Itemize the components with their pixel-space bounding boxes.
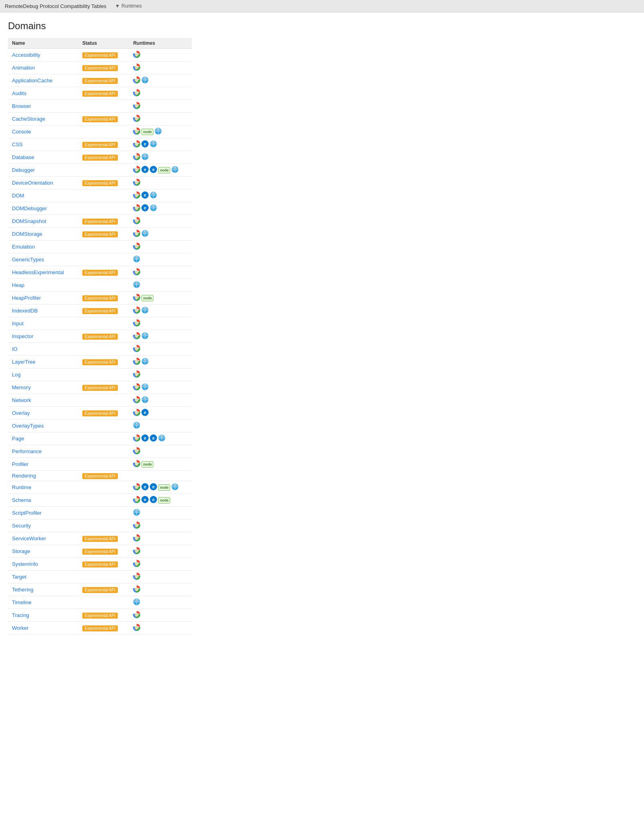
domain-link[interactable]: Database [12,154,34,160]
filter-label: Runtimes [121,3,142,9]
domain-link[interactable]: Console [12,129,31,135]
domain-link[interactable]: Runtime [12,484,31,490]
domain-link[interactable]: Memory [12,384,31,390]
domain-link[interactable]: IndexedDB [12,308,38,314]
domain-link[interactable]: Worker [12,625,29,631]
edge-icon: e [141,496,149,504]
domain-link[interactable]: Network [12,397,31,403]
chrome-icon [133,460,140,468]
domain-link[interactable]: Debugger [12,167,35,173]
domain-link[interactable]: ApplicationCache [12,78,52,84]
domain-link[interactable]: Tracing [12,612,29,618]
svg-text:e: e [152,436,155,440]
svg-point-110 [136,232,138,235]
svg-text:e: e [144,205,146,210]
svg-point-223 [136,437,138,439]
domain-link[interactable]: Tethering [12,587,33,593]
status-cell [78,279,129,292]
domain-link[interactable]: IO [12,346,18,352]
runtimes-cell [129,622,192,635]
status-cell [78,494,129,507]
domain-name-cell: Emulation [8,241,78,253]
chrome-icon [133,332,140,340]
domain-link[interactable]: Rendering [12,473,36,479]
domain-link[interactable]: Storage [12,548,30,554]
table-row: DOMStorageExperimental API [8,228,192,241]
status-cell [78,189,129,202]
domain-link[interactable]: CSS [12,141,23,147]
chrome-icon [133,307,140,315]
chrome-icon [133,268,140,277]
table-row: Target [8,571,192,583]
svg-point-28 [136,130,138,132]
domain-name-cell: Inspector [8,330,78,343]
chrome-icon [133,153,140,161]
status-cell [78,520,129,532]
domain-link[interactable]: DeviceOrientation [12,180,53,186]
domain-link[interactable]: Schema [12,497,31,503]
domain-link[interactable]: HeadlessExperimental [12,269,64,275]
domain-link[interactable]: Security [12,523,31,529]
chrome-icon [133,383,140,392]
runtimes-cell [129,74,192,87]
svg-point-143 [136,296,138,299]
domain-link[interactable]: GenericTypes [12,257,44,263]
domain-link[interactable]: ScriptProfiler [12,510,42,516]
domain-name-cell: ServiceWorker [8,532,78,545]
domain-name-cell: Memory [8,381,78,394]
table-row: DOMSnapshotExperimental API [8,215,192,228]
domain-link[interactable]: Input [12,320,24,326]
domain-link[interactable]: DOM [12,193,24,199]
experimental-badge: Experimental API [82,65,118,71]
table-row: Input [8,317,192,330]
table-header: Name Status Runtimes [8,38,192,49]
domain-link[interactable]: DOMDebugger [12,205,47,211]
domain-link[interactable]: Target [12,574,26,580]
safari-icon [133,509,140,517]
experimental-badge: Experimental API [82,91,118,97]
runtimes-cell: e e node [129,481,192,494]
domain-link[interactable]: Timeline [12,599,32,605]
domain-link[interactable]: Performance [12,448,42,454]
status-cell: Experimental API [78,305,129,317]
safari-icon [150,140,157,149]
domain-link[interactable]: Profiler [12,461,28,467]
domain-link[interactable]: DOMStorage [12,231,42,237]
runtimes-cell [129,151,192,164]
experimental-badge: Experimental API [82,78,118,84]
node-icon: node [158,167,170,173]
domain-link[interactable]: Inspector [12,333,33,339]
domain-link[interactable]: Accessibility [12,52,40,58]
safari-icon [150,191,157,200]
domain-link[interactable]: ServiceWorker [12,535,46,541]
domain-link[interactable]: DOMSnapshot [12,218,46,224]
domain-link[interactable]: Browser [12,103,31,109]
table-row: CacheStorageExperimental API [8,113,192,125]
chrome-icon [133,115,140,123]
chrome-icon [133,191,140,200]
domain-link[interactable]: SystemInfo [12,561,38,567]
status-cell: Experimental API [78,113,129,125]
domain-link[interactable]: Audits [12,90,26,96]
chrome-icon [133,611,140,619]
domain-link[interactable]: Page [12,436,24,442]
table-body: AccessibilityExperimental API AnimationE… [8,49,192,635]
domain-link[interactable]: Emulation [12,244,35,250]
domain-link[interactable]: Overlay [12,410,30,416]
domain-link[interactable]: Heap [12,282,24,288]
runtimes-cell [129,356,192,368]
domain-link[interactable]: Animation [12,65,35,71]
runtimes-filter-button[interactable]: ▼ Runtimes [113,2,144,10]
domain-name-cell: Security [8,520,78,532]
domain-link[interactable]: Log [12,372,21,378]
status-cell: Experimental API [78,151,129,164]
table-row: CSSExperimental API e [8,138,192,151]
status-cell: Experimental API [78,532,129,545]
domain-link[interactable]: LayerTree [12,359,36,365]
runtimes-cell [129,113,192,125]
table-row: Browser [8,100,192,113]
domain-link[interactable]: CacheStorage [12,116,45,122]
domain-link[interactable]: OverlayTypes [12,423,44,429]
domain-link[interactable]: HeapProfiler [12,295,41,301]
safari-icon [141,230,149,238]
